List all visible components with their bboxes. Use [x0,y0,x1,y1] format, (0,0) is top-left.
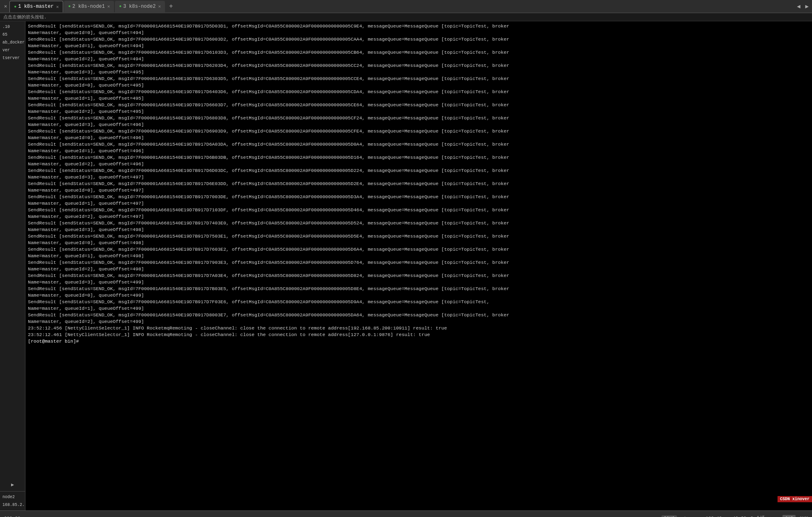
terminal-line: SendResult [sendStatus=SEND_OK, msgId=7F… [28,128,810,135]
terminal-line: 23:52:12.461 [NettyClientSelector_1] INF… [28,332,810,338]
sidebar-collapse-button[interactable]: ▶ [0,480,25,490]
terminal-line: [root@master bin]# [28,338,810,345]
terminal-line: Name=master, queueId=0], queueOffset=496… [28,135,810,141]
tab-k8s-master[interactable]: ● 1 k8s-master ✕ [9,1,63,12]
cap-label: CAP [782,515,796,517]
terminal-line: Name=master, queueId=2], queueOffset=498… [28,266,810,272]
sidebar-bottom-section: node2 168.85.2... [0,491,25,509]
terminal-line: Name=master, queueId=2], queueOffset=495… [28,108,810,115]
terminal-line: SendResult [sendStatus=SEND_OK, msgId=7F… [28,312,810,318]
terminal-line: SendResult [sendStatus=SEND_OK, msgId=7F… [28,141,810,148]
terminal-line: Name=master, queueId=3], queueOffset=499… [28,279,810,286]
tab-k8s-node2[interactable]: ● 3 k8s-node2 ✕ [115,1,165,12]
main-layout: .10 65 ab_docker ver tserver ▶ node2 168… [0,21,812,510]
scroll-up-button[interactable]: ▲ [769,516,772,517]
terminal-line: SendResult [sendStatus=SEND_OK, msgId=7F… [28,89,810,95]
size-value: 168x49 [706,516,722,517]
status-time-left: 200:22 [4,516,21,517]
tab-label: 3 k8s-node2 [123,4,156,9]
terminal-line: Name=master, queueId=2], queueOffset=494… [28,56,810,62]
term-label: xterm [681,516,695,517]
tab-close-button[interactable]: ✕ [108,4,110,9]
terminal-line: SendResult [sendStatus=SEND_OK, msgId=7F… [28,181,810,187]
sidebar: .10 65 ab_docker ver tserver ▶ node2 168… [0,21,25,510]
terminal-line: Name=master, queueId=3], queueOffset=495… [28,69,810,75]
sidebar-item-1[interactable]: .10 [0,23,25,31]
terminal-line: SendResult [sendStatus=SEND_OK, msgId=7F… [28,23,810,30]
terminal-line: Name=master, queueId=3], queueOffset=498… [28,226,810,233]
status-left: 200:22 [4,516,21,517]
tab-bar: ✕ ● 1 k8s-master ✕ ● 2 k8s-node1 ✕ ● 3 k… [0,0,812,13]
terminal-line: SendResult [sendStatus=SEND_OK, msgId=7F… [28,299,810,305]
terminal-line: SendResult [sendStatus=SEND_OK, msgId=7F… [28,62,810,69]
terminal-line: Name=master, queueId=0], queueOffset=499… [28,292,810,299]
tab-status-dot: ● [68,4,71,9]
size-label: ⌨ [699,515,702,517]
terminal-output[interactable]: SendResult [sendStatus=SEND_OK, msgId=7F… [25,21,812,510]
tab-close-button[interactable]: ✕ [56,4,59,9]
tab-status-dot: ● [119,4,121,9]
sidebar-item-4[interactable]: ver [0,46,25,54]
terminal-line: Name=master, queueId=0], queueOffset=497… [28,187,810,194]
terminal-line: Name=master, queueId=0], queueOffset=498… [28,240,810,246]
terminal-line: SendResult [sendStatus=SEND_OK, msgId=7F… [28,207,810,213]
tab-nav-buttons: ◀ ▶ [795,3,810,10]
cursor-value: 49,20 [733,516,746,517]
add-tab-button[interactable]: + [166,3,176,10]
scroll-down-button[interactable]: ▼ [776,516,779,517]
terminal-line: Name=master, queueId=3], queueOffset=497… [28,174,810,181]
terminal-line: Name=master, queueId=2], queueOffset=499… [28,318,810,325]
terminal-line: SendResult [sendStatus=SEND_OK, msgId=7F… [28,36,810,43]
terminal-line: SendResult [sendStatus=SEND_OK, msgId=7F… [28,49,810,56]
terminal-line: Name=master, queueId=1], queueOffset=496… [28,148,810,154]
terminal-line: SendResult [sendStatus=SEND_OK, msgId=7F… [28,233,810,240]
terminal-line: SendResult [sendStatus=SEND_OK, msgId=7F… [28,259,810,266]
terminal-line: SendResult [sendStatus=SEND_OK, msgId=7F… [28,194,810,200]
hint-bar: 点击左侧的箭头按钮. [0,13,812,21]
num-label: NUM [800,516,808,517]
status-right: ● SSH2 xterm ⌨ 168x49 ↕ 49,20 3 会话 ▲ ▼ C… [654,515,808,517]
terminal-line: SendResult [sendStatus=SEND_OK, msgId=7F… [28,286,810,292]
terminal-line: Name=master, queueId=1], queueOffset=499… [28,305,810,312]
tab-close-button[interactable]: ✕ [158,4,161,9]
terminal-line: SendResult [sendStatus=SEND_OK, msgId=7F… [28,102,810,108]
terminal-line: SendResult [sendStatus=SEND_OK, msgId=7F… [28,272,810,279]
sidebar-bottom-2[interactable]: 168.85.2... [0,501,25,509]
tab-k8s-node1[interactable]: ● 2 k8s-node1 ✕ [64,1,114,12]
tab-status-dot: ● [14,5,16,9]
ssh-indicator: ● [654,516,657,517]
watermark: CSDN xinover [778,496,812,502]
sidebar-item-2[interactable]: 65 [0,31,25,39]
terminal-line: SendResult [sendStatus=SEND_OK, msgId=7F… [28,167,810,174]
terminal-line: Name=master, queueId=1], queueOffset=495… [28,95,810,102]
sidebar-item-5[interactable]: tserver [0,54,25,62]
sidebar-item-3[interactable]: ab_docker [0,39,25,46]
terminal-line: Name=master, queueId=1], queueOffset=498… [28,253,810,259]
tab-label: 1 k8s-master [18,4,53,9]
cursor-label: ↕ [726,516,729,517]
status-bar: 200:22 ● SSH2 xterm ⌨ 168x49 ↕ 49,20 3 会… [0,510,812,517]
tab-label: 2 k8s-node1 [72,4,105,9]
terminal-line: Name=master, queueId=0], queueOffset=495… [28,82,810,89]
hint-text: 点击左侧的箭头按钮. [3,15,47,20]
terminal-line: SendResult [sendStatus=SEND_OK, msgId=7F… [28,220,810,226]
terminal-line: SendResult [sendStatus=SEND_OK, msgId=7F… [28,115,810,121]
terminal-line: Name=master, queueId=2], queueOffset=497… [28,213,810,220]
terminal-area[interactable]: SendResult [sendStatus=SEND_OK, msgId=7F… [25,21,812,510]
terminal-line: SendResult [sendStatus=SEND_OK, msgId=7F… [28,75,810,82]
terminal-line: Name=master, queueId=3], queueOffset=496… [28,121,810,128]
sessions-label: 3 会话 [750,515,765,517]
terminal-line: 23:52:12.456 [NettyClientSelector_1] INF… [28,325,810,332]
sidebar-bottom-1[interactable]: node2 [0,493,25,501]
nav-back-button[interactable]: ◀ [795,3,802,10]
terminal-line: SendResult [sendStatus=SEND_OK, msgId=7F… [28,246,810,253]
pin-button[interactable]: ✕ [2,3,9,9]
terminal-line: Name=master, queueId=1], queueOffset=497… [28,200,810,207]
terminal-line: Name=master, queueId=2], queueOffset=496… [28,161,810,167]
terminal-line: Name=master, queueId=0], queueOffset=494… [28,30,810,36]
terminal-line: Name=master, queueId=1], queueOffset=494… [28,43,810,49]
terminal-line: SendResult [sendStatus=SEND_OK, msgId=7F… [28,154,810,161]
ssh-label: SSH2 [661,515,677,517]
nav-forward-button[interactable]: ▶ [804,3,810,10]
